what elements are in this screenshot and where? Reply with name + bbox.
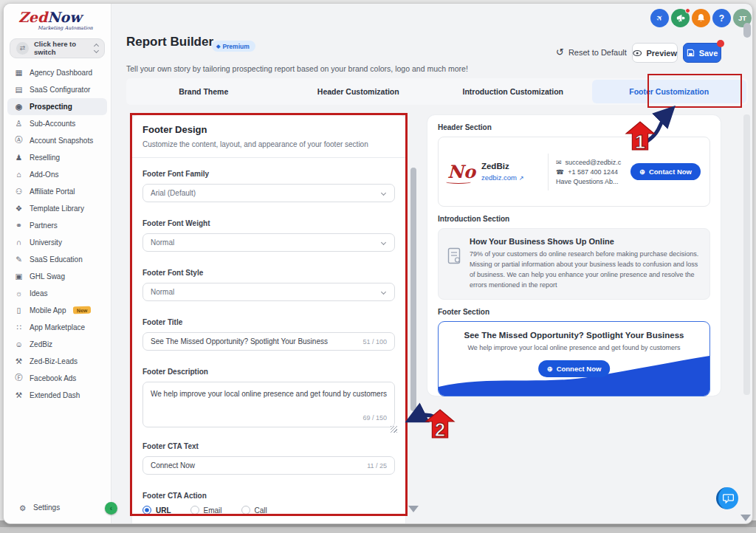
footer-title-input[interactable]: See The Missed Opportunity? Spotlight Yo…: [142, 332, 395, 351]
page-title: Report Builder: [126, 35, 213, 49]
sidebar-item-app-marketplace[interactable]: ∷App Marketplace: [7, 319, 107, 336]
sidebar-item-extended-dash[interactable]: ⚒Extended Dash: [7, 387, 107, 404]
sidebar-item-zedbiz[interactable]: ☺ZedBiz: [7, 336, 107, 353]
contact-now-button[interactable]: ⊕ Contact Now: [630, 163, 701, 180]
logo-text-now: Now: [47, 9, 81, 25]
sidebar-item-zed-biz-leads[interactable]: ⚒Zed-Biz-Leads: [7, 353, 107, 370]
company-website-link[interactable]: zedbiz.com ↗: [481, 173, 540, 182]
tab-footer-customization[interactable]: Footer Customization: [592, 80, 747, 103]
chevron-down-icon: [381, 289, 386, 295]
report-builder-tabs: Brand Theme Header Customization Introdu…: [126, 78, 748, 105]
cta-text-input[interactable]: Connect Now 11 / 25: [142, 456, 395, 475]
scroll-down-arrow-icon[interactable]: [408, 506, 419, 512]
sidebar-item-reselling[interactable]: ♟Reselling: [7, 149, 107, 166]
logo-text-zed: Zed: [18, 9, 47, 25]
template-icon: ❖: [14, 204, 24, 213]
font-family-value: Arial (Default): [151, 189, 196, 197]
sidebar-item-label: Zed-Biz-Leads: [30, 357, 78, 365]
sidebar-item-label: Ideas: [30, 289, 47, 298]
sidebar-item-label: SaaS Education: [30, 255, 83, 264]
external-link-icon: ↗: [519, 175, 524, 182]
rocket-button[interactable]: ✈: [650, 9, 669, 27]
support-chat-button[interactable]: [716, 487, 738, 509]
sidebar-item-add-ons[interactable]: ⌂Add-Ons: [7, 166, 107, 183]
sidebar-item-account-snapshots[interactable]: ⒶAccount Snapshots: [7, 132, 107, 149]
sidebar-item-label: Mobile App: [30, 306, 66, 314]
sidebar-item-saas-configurator[interactable]: ▤SaaS Configurator: [7, 81, 107, 98]
save-alert-dot: [717, 40, 724, 47]
sidebar-item-partners[interactable]: ⚭Partners: [7, 217, 107, 234]
page-subtitle: Tell your own story by tailoring prospec…: [126, 64, 468, 73]
sidebar-item-facebook-ads[interactable]: ⒻFacebook Ads: [7, 370, 107, 387]
page-scrollbar-thumb[interactable]: [743, 23, 751, 38]
footer-description-textarea[interactable]: We help improve your local online presen…: [142, 382, 395, 427]
help-button[interactable]: ?: [712, 9, 731, 27]
sidebar-item-saas-education[interactable]: ✎SaaS Education: [7, 251, 107, 268]
intro-section-preview: How Your Business Shows Up Online 79% of…: [438, 228, 710, 300]
font-style-value: Normal: [151, 288, 174, 296]
form-scrollbar-thumb[interactable]: [410, 168, 416, 411]
announcements-button[interactable]: [671, 9, 690, 27]
tab-brand-theme[interactable]: Brand Theme: [126, 78, 281, 105]
cta-action-radio-group: URL Email Call: [142, 506, 395, 515]
globe-icon: ⊕: [639, 168, 645, 176]
sidebar-item-label: Extended Dash: [30, 391, 80, 399]
sidebar-item-agency-dashboard[interactable]: ▦Agency Dashboard: [7, 64, 107, 81]
sidebar-item-sub-accounts[interactable]: ♙Sub-Accounts: [7, 115, 107, 132]
chat-bubble-icon: [723, 493, 734, 503]
save-button[interactable]: Save: [683, 43, 721, 63]
save-icon: [687, 49, 695, 57]
resize-handle[interactable]: [391, 426, 397, 433]
tab-header-customization[interactable]: Header Customization: [281, 78, 436, 105]
font-style-select[interactable]: Normal: [142, 283, 395, 301]
prospecting-icon: ◉: [14, 102, 24, 111]
tab-introduction-customization[interactable]: Introduction Customization: [436, 78, 591, 105]
radio-email[interactable]: Email: [190, 506, 222, 515]
avatar-initials: JT: [738, 14, 746, 22]
footer-title-counter: 51 / 100: [362, 338, 387, 345]
divider: [548, 154, 549, 190]
premium-label: Premium: [222, 43, 249, 50]
tab-label: Introduction Customization: [463, 87, 564, 96]
radio-dot: [190, 506, 199, 515]
account-switcher[interactable]: ⇄ Click here to switch: [10, 38, 105, 58]
sidebar-item-settings[interactable]: ⚙ Settings: [11, 499, 100, 516]
sidebar-item-label: Agency Dashboard: [30, 69, 92, 77]
footer-preview-subtitle: We help improve your local online presen…: [439, 344, 709, 351]
font-family-select[interactable]: Arial (Default): [142, 184, 395, 202]
extended-icon: ⚒: [14, 391, 24, 399]
sidebar-item-ideas[interactable]: ☼Ideas: [7, 285, 107, 302]
configurator-icon: ▤: [14, 85, 24, 94]
questions-text: Have Questions Ab...: [556, 178, 619, 185]
font-weight-value: Normal: [151, 238, 174, 247]
sidebar-item-label: App Marketplace: [30, 323, 85, 331]
sidebar-item-ghl-swag[interactable]: ▣GHL Swag: [7, 268, 107, 285]
sidebar-item-label: Partners: [30, 221, 58, 230]
page-scroll-down-arrow-icon[interactable]: [740, 515, 751, 521]
switch-icon: ⇄: [16, 42, 29, 55]
radio-url[interactable]: URL: [142, 506, 171, 515]
sidebar-item-affiliate-portal[interactable]: ⚇Affiliate Portal: [7, 183, 107, 200]
page-scrollbar-track[interactable]: [743, 114, 750, 395]
radio-call[interactable]: Call: [241, 506, 267, 515]
footer-design-panel: Footer Design Customize the content, lay…: [132, 115, 405, 524]
intro-section-label: Introduction Section: [438, 215, 710, 223]
preview-button[interactable]: Preview: [632, 43, 678, 63]
preview-label: Preview: [646, 49, 677, 58]
connect-now-button[interactable]: ⊕ Connect Now: [538, 360, 611, 377]
sidebar-item-university[interactable]: ∩University: [7, 234, 107, 251]
settings-label: Settings: [33, 503, 60, 512]
reset-to-default-button[interactable]: ↺ Reset to Default: [556, 47, 627, 58]
sidebar-item-label: GHL Swag: [30, 272, 65, 281]
font-weight-select[interactable]: Normal: [142, 233, 395, 252]
sidebar-item-template-library[interactable]: ❖Template Library: [7, 200, 107, 217]
sidebar-item-mobile-app[interactable]: ▯Mobile AppNew: [7, 302, 107, 319]
mobile-icon: ▯: [14, 306, 24, 314]
intro-body: 79% of your customers do online research…: [470, 250, 701, 291]
logo-tagline: Marketing Automation: [38, 26, 111, 31]
sidebar-item-prospecting[interactable]: ◉Prospecting: [7, 98, 107, 115]
notifications-button[interactable]: [692, 9, 710, 27]
footer-description-label: Footer Description: [142, 368, 395, 376]
intro-title: How Your Business Shows Up Online: [470, 237, 701, 246]
sidebar-collapse-button[interactable]: ‹: [105, 502, 117, 515]
